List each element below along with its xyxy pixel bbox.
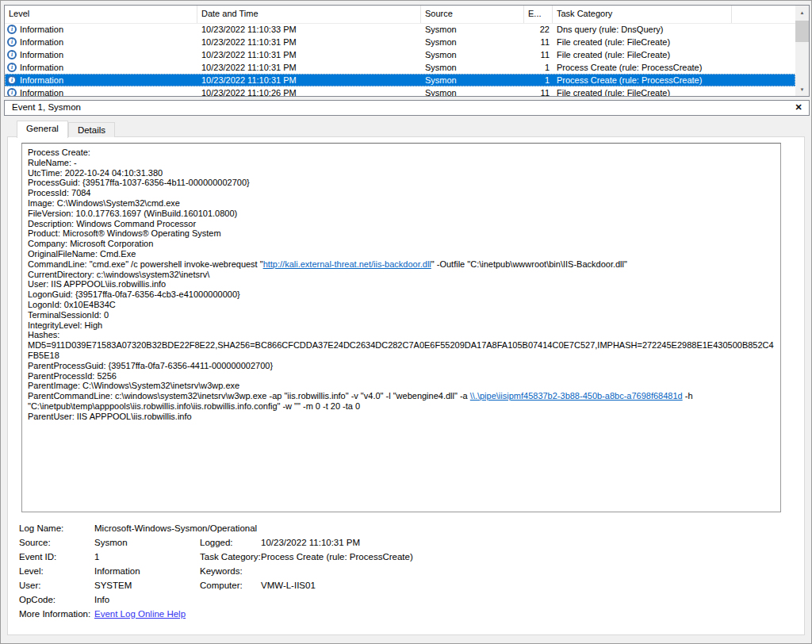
event-list-header: Level Date and Time Source E... Task Cat… — [5, 6, 795, 24]
column-header-event-id[interactable]: E... — [524, 6, 553, 23]
column-header-source[interactable]: Source — [421, 6, 524, 23]
column-header-task-category[interactable]: Task Category — [553, 6, 732, 23]
tab-general[interactable]: General — [17, 121, 68, 138]
event-row[interactable]: iInformation10/23/2022 11:10:31 PMSysmon… — [5, 36, 795, 48]
description-line: Hashes: MD5=911D039E71583A07320B32BDE22F… — [28, 330, 775, 360]
footer-label: More Information: — [19, 607, 90, 621]
footer-row: Event ID:1Task Category:Process Create (… — [19, 550, 798, 564]
description-text: UtcTime: 2022-10-24 04:10:31.380 — [28, 168, 163, 178]
task-category-cell: File created (rule: FileCreate) — [553, 86, 795, 97]
description-line: OriginalFileName: Cmd.Exe — [28, 249, 775, 259]
description-line: ProcessId: 7084 — [28, 188, 775, 198]
description-text: ParentProcessGuid: {39517ffa-0fa7-6356-4… — [28, 361, 273, 370]
source-cell: Sysmon — [421, 61, 524, 74]
source-cell: Sysmon — [421, 36, 524, 48]
event-footer: Log Name:Microsoft-Windows-Sysmon/Operat… — [19, 521, 798, 621]
description-text: FileVersion: 10.0.17763.1697 (WinBuild.1… — [28, 209, 237, 218]
description-text: ParentCommandLine: c:\windows\system32\i… — [28, 391, 470, 401]
description-line: ParentProcessGuid: {39517ffa-0fa7-6356-4… — [28, 361, 775, 371]
description-text: LogonId: 0x10E4B34C — [28, 300, 116, 309]
footer-label: Event ID: — [19, 550, 56, 564]
description-line: ProcessGuid: {39517ffa-1037-6356-4b11-00… — [28, 178, 775, 188]
event-row[interactable]: iInformation10/23/2022 11:10:31 PMSysmon… — [5, 74, 795, 86]
description-text: " -Outfile "C:\inetpub\wwwroot\bin\IIS-B… — [431, 259, 627, 269]
event-viewer-window: { "colors": { "selection_blue": "#0078d7… — [0, 0, 812, 644]
footer-value: Information — [94, 564, 140, 578]
description-line: RuleName: - — [28, 158, 775, 168]
scroll-up-icon[interactable]: ▲ — [795, 6, 809, 19]
information-icon: i — [7, 37, 17, 47]
description-text: CurrentDirectory: c:\windows\system32\in… — [28, 270, 209, 279]
event-id-cell: 11 — [524, 48, 553, 61]
description-line: ParentCommandLine: c:\windows\system32\i… — [28, 391, 775, 412]
level-cell: iInformation — [5, 61, 197, 74]
footer-value: SYSTEM — [94, 578, 132, 592]
footer-value: Sysmon — [94, 535, 128, 550]
event-description[interactable]: Process Create:RuleName: -UtcTime: 2022-… — [21, 143, 781, 512]
description-line: UtcTime: 2022-10-24 04:10:31.380 — [28, 168, 775, 178]
task-category-cell: File created (rule: FileCreate) — [553, 36, 795, 48]
footer-label: Source: — [19, 535, 51, 550]
tab-strip: General Details — [17, 121, 115, 138]
description-text: Hashes: MD5=911D039E71583A07320B32BDE22F… — [28, 330, 774, 360]
datetime-cell: 10/23/2022 11:10:31 PM — [197, 48, 421, 61]
event-list: Level Date and Time Source E... Task Cat… — [4, 5, 810, 97]
footer-row: Level:InformationKeywords: — [19, 564, 798, 578]
footer-value: Microsoft-Windows-Sysmon/Operational — [94, 521, 257, 535]
close-icon[interactable]: ✕ — [792, 101, 805, 114]
source-cell: Sysmon — [421, 86, 524, 97]
footer-label: Log Name: — [19, 521, 63, 535]
footer-label: OpCode: — [19, 592, 56, 607]
description-line: TerminalSessionId: 0 — [28, 310, 775, 320]
task-category-cell: Process Create (rule: ProcessCreate) — [553, 74, 795, 86]
description-text: RuleName: - — [28, 158, 77, 167]
information-icon: i — [7, 88, 17, 97]
description-text: Product: Microsoft® Windows® Operating S… — [28, 228, 221, 238]
description-line: Product: Microsoft® Windows® Operating S… — [28, 228, 775, 239]
event-id-cell: 1 — [524, 74, 553, 86]
description-text: OriginalFileName: Cmd.Exe — [28, 249, 136, 259]
task-category-cell: Dns query (rule: DnsQuery) — [553, 23, 795, 36]
datetime-cell: 10/23/2022 11:10:26 PM — [197, 86, 421, 97]
event-id-cell: 22 — [524, 23, 553, 36]
description-line: Company: Microsoft Corporation — [28, 239, 775, 249]
level-text: Information — [20, 36, 63, 48]
event-id-cell: 11 — [524, 86, 553, 97]
description-text: Process Create: — [28, 148, 90, 157]
description-text: ParentProcessId: 5256 — [28, 371, 117, 381]
datetime-cell: 10/23/2022 11:10:33 PM — [197, 23, 421, 36]
description-line: ParentImage: C:\Windows\System32\inetsrv… — [28, 381, 775, 391]
description-text: IntegrityLevel: High — [28, 320, 102, 330]
description-text: Company: Microsoft Corporation — [28, 239, 153, 248]
event-id-cell: 1 — [524, 61, 553, 74]
scrollbar-thumb[interactable] — [795, 21, 809, 42]
event-id-cell: 11 — [524, 36, 553, 48]
description-text: Image: C:\Windows\System32\cmd.exe — [28, 198, 180, 208]
description-line: Process Create: — [28, 148, 775, 158]
event-log-online-help-link[interactable]: Event Log Online Help — [94, 609, 186, 619]
description-text: User: IIS APPPOOL\iis.robwillis.info — [28, 279, 166, 289]
tab-details[interactable]: Details — [68, 122, 115, 137]
scroll-down-icon[interactable]: ▼ — [795, 82, 809, 96]
description-text: LogonGuid: {39517ffa-0fa7-6356-4cb3-e410… — [28, 289, 240, 299]
event-panel-title: Event 1, Sysmon — [5, 101, 809, 114]
event-row[interactable]: iInformation10/23/2022 11:10:31 PMSysmon… — [5, 48, 795, 61]
description-line: FileVersion: 10.0.17763.1697 (WinBuild.1… — [28, 209, 775, 219]
information-icon: i — [7, 63, 17, 72]
event-row[interactable]: iInformation10/23/2022 11:10:26 PMSysmon… — [5, 86, 795, 97]
description-link[interactable]: \\.\pipe\iisipmf45837b2-3b88-450b-a8bc-a… — [470, 391, 683, 401]
information-icon: i — [7, 50, 17, 59]
column-header-level[interactable]: Level — [5, 6, 197, 23]
footer-value: Event Log Online Help — [94, 607, 186, 621]
footer-row: User:SYSTEMComputer:VMW-L-IIS01 — [19, 578, 798, 592]
description-text: TerminalSessionId: 0 — [28, 310, 109, 320]
footer-row: Source:SysmonLogged:10/23/2022 11:10:31 … — [19, 535, 798, 550]
column-header-date-and-time[interactable]: Date and Time — [197, 6, 421, 23]
event-row[interactable]: iInformation10/23/2022 11:10:31 PMSysmon… — [5, 61, 795, 74]
description-text: Description: Windows Command Processor — [28, 219, 196, 228]
source-cell: Sysmon — [421, 23, 524, 36]
vertical-scrollbar[interactable]: ▲ ▼ — [795, 6, 809, 96]
event-row[interactable]: iInformation10/23/2022 11:10:33 PMSysmon… — [5, 23, 795, 36]
description-link[interactable]: http://kali.external-threat.net/iis-back… — [263, 259, 431, 269]
level-cell: iInformation — [5, 48, 197, 61]
